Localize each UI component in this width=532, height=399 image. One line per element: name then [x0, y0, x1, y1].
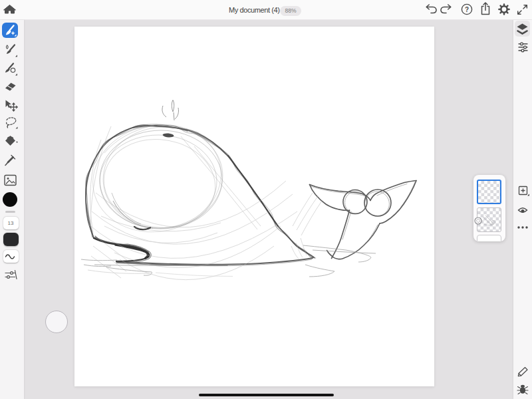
svg-text:?: ? — [465, 6, 469, 13]
